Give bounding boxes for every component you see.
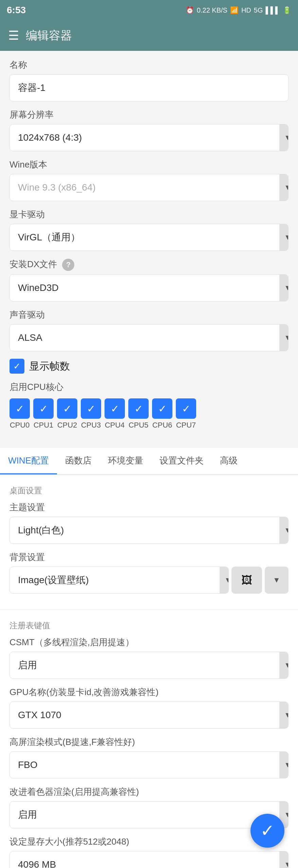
cpu4-checkbox[interactable]: ✓ bbox=[105, 398, 125, 419]
gpu-name-field-group: GPU名称(仿装显卡id,改善游戏兼容性) GTX 1070 ▼ bbox=[10, 686, 288, 729]
name-label: 名称 bbox=[10, 59, 288, 71]
vram-size-label: 设定显存大小(推荐512或2048) bbox=[10, 836, 288, 848]
cpu4-label: CPU4 bbox=[105, 421, 125, 430]
theme-label: 主题设置 bbox=[10, 501, 288, 513]
cpu2-checkbox[interactable]: ✓ bbox=[57, 398, 77, 419]
resolution-label: 屏幕分辨率 bbox=[10, 109, 288, 121]
bg-field-group: 背景设置 Image(设置壁纸) ▼ 🖼 ▼ bbox=[10, 551, 288, 594]
dx-file-help-icon[interactable]: ? bbox=[62, 259, 74, 271]
cpu-item-0: ✓ CPU0 bbox=[10, 398, 30, 430]
bg-image-button[interactable]: 🖼 bbox=[231, 567, 262, 594]
cpu-item-4: ✓ CPU4 bbox=[105, 398, 125, 430]
wine-config-section: 桌面设置 主题设置 Light(白色) ▼ 背景设置 Image(设置壁纸) ▼… bbox=[0, 475, 298, 868]
content: 名称 容器-1 屏幕分辨率 1024x768 (4:3) ▼ Wine版本 Wi… bbox=[0, 51, 298, 448]
wine-version-dropdown-arrow[interactable]: ▼ bbox=[279, 174, 288, 201]
wine-version-select[interactable]: Wine 9.3 (x86_64) ▼ bbox=[10, 174, 288, 201]
status-hd: HD bbox=[241, 6, 251, 14]
bg-dropdown-arrow[interactable]: ▼ bbox=[220, 567, 229, 594]
cpu0-checkbox[interactable]: ✓ bbox=[10, 398, 30, 419]
cpu-grid: ✓ CPU0 ✓ CPU1 ✓ CPU2 ✓ CPU3 ✓ CPU4 ✓ CPU… bbox=[10, 398, 288, 430]
wine-version-label: Wine版本 bbox=[10, 159, 288, 171]
gpu-name-dropdown-arrow[interactable]: ▼ bbox=[279, 702, 288, 729]
dx-file-field-group: 安装DX文件 ? WineD3D ▼ bbox=[10, 258, 288, 301]
gpu-driver-select[interactable]: VirGL（通用） ▼ bbox=[10, 224, 288, 251]
resolution-select[interactable]: 1024x768 (4:3) ▼ bbox=[10, 124, 288, 151]
csmt-value: 启用 bbox=[10, 659, 279, 672]
show-fps-label: 显示帧数 bbox=[29, 359, 70, 373]
theme-value: Light(白色) bbox=[10, 524, 279, 537]
tab-settings-file[interactable]: 设置文件夹 bbox=[151, 448, 212, 474]
status-alarm: ⏰ bbox=[186, 6, 194, 14]
gpu-driver-field-group: 显卡驱动 VirGL（通用） ▼ bbox=[10, 209, 288, 251]
cpu7-label: CPU7 bbox=[176, 421, 196, 430]
cpu-item-5: ✓ CPU5 bbox=[128, 398, 149, 430]
vram-size-value: 4096 MB bbox=[10, 859, 279, 868]
cpu5-checkbox[interactable]: ✓ bbox=[128, 398, 149, 419]
csmt-label: CSMT（多线程渲染,启用提速） bbox=[10, 636, 288, 648]
gpu-name-label: GPU名称(仿装显卡id,改善游戏兼容性) bbox=[10, 686, 288, 698]
gpu-name-value: GTX 1070 bbox=[10, 710, 279, 721]
name-field-group: 名称 容器-1 bbox=[10, 59, 288, 101]
vram-size-dropdown-arrow[interactable]: ▼ bbox=[279, 851, 288, 868]
color-renderer-value: 启用 bbox=[10, 808, 279, 821]
dx-file-value: WineD3D bbox=[10, 282, 279, 293]
bg-extra-dropdown[interactable]: ▼ bbox=[265, 567, 288, 594]
vram-size-select[interactable]: 4096 MB ▼ bbox=[10, 851, 288, 868]
tabs: WINE配置 函数店 环境变量 设置文件夹 高级 bbox=[0, 448, 298, 475]
render-mode-field-group: 高屏渲染模式(B提速,F兼容性好) FBO ▼ bbox=[10, 736, 288, 778]
gpu-driver-value: VirGL（通用） bbox=[10, 231, 279, 244]
resolution-dropdown-arrow[interactable]: ▼ bbox=[279, 124, 288, 151]
render-mode-label: 高屏渲染模式(B提速,F兼容性好) bbox=[10, 736, 288, 748]
cpu1-label: CPU1 bbox=[34, 421, 54, 430]
gpu-driver-dropdown-arrow[interactable]: ▼ bbox=[279, 224, 288, 251]
cpu-item-3: ✓ CPU3 bbox=[81, 398, 101, 430]
status-speed: 0.22 KB/S bbox=[197, 6, 227, 14]
cpu3-checkbox[interactable]: ✓ bbox=[81, 398, 101, 419]
audio-driver-select[interactable]: ALSA ▼ bbox=[10, 324, 288, 351]
csmt-dropdown-arrow[interactable]: ▼ bbox=[279, 652, 288, 679]
cpu6-label: CPU6 bbox=[152, 421, 172, 430]
color-renderer-label: 改进着色器渲染(启用提高兼容性) bbox=[10, 786, 288, 798]
bg-select[interactable]: Image(设置壁纸) ▼ bbox=[10, 567, 229, 594]
color-renderer-select[interactable]: 启用 ▼ bbox=[10, 801, 288, 828]
tab-wine[interactable]: WINE配置 bbox=[0, 448, 57, 474]
status-time: 6:53 bbox=[7, 5, 26, 16]
cpu-item-7: ✓ CPU7 bbox=[176, 398, 196, 430]
dx-file-select[interactable]: WineD3D ▼ bbox=[10, 274, 288, 301]
show-fps-checkbox[interactable]: ✓ bbox=[10, 359, 24, 374]
cpu1-checkbox[interactable]: ✓ bbox=[33, 398, 54, 419]
hamburger-icon[interactable]: ☰ bbox=[8, 28, 19, 43]
wine-version-value: Wine 9.3 (x86_64) bbox=[10, 182, 279, 193]
name-input[interactable]: 容器-1 bbox=[10, 74, 288, 101]
status-battery: 🔋 bbox=[283, 6, 291, 14]
tab-advanced[interactable]: 高级 bbox=[212, 448, 246, 474]
tab-functions[interactable]: 函数店 bbox=[57, 448, 100, 474]
audio-driver-dropdown-arrow[interactable]: ▼ bbox=[279, 324, 288, 351]
csmt-select[interactable]: 启用 ▼ bbox=[10, 652, 288, 679]
cpu-item-1: ✓ CPU1 bbox=[33, 398, 54, 430]
status-right: ⏰ 0.22 KB/S 📶 HD 5G ▌▌▌ 🔋 bbox=[186, 6, 291, 14]
name-value: 容器-1 bbox=[18, 81, 45, 94]
desktop-section-title: 桌面设置 bbox=[10, 485, 288, 496]
gpu-name-select[interactable]: GTX 1070 ▼ bbox=[10, 702, 288, 729]
cpu-item-6: ✓ CPU6 bbox=[152, 398, 172, 430]
render-mode-value: FBO bbox=[10, 760, 279, 770]
resolution-field-group: 屏幕分辨率 1024x768 (4:3) ▼ bbox=[10, 109, 288, 151]
cpu7-checkbox[interactable]: ✓ bbox=[176, 398, 196, 419]
render-mode-select[interactable]: FBO ▼ bbox=[10, 751, 288, 778]
audio-driver-label: 声音驱动 bbox=[10, 309, 288, 321]
theme-select[interactable]: Light(白色) ▼ bbox=[10, 517, 288, 544]
confirm-fab[interactable]: ✓ bbox=[250, 814, 284, 848]
tab-env[interactable]: 环境变量 bbox=[100, 448, 151, 474]
dx-file-dropdown-arrow[interactable]: ▼ bbox=[279, 274, 288, 301]
toolbar-title: 编辑容器 bbox=[26, 28, 72, 43]
status-wifi: 📶 bbox=[230, 6, 239, 14]
theme-dropdown-arrow[interactable]: ▼ bbox=[279, 517, 288, 544]
cpu0-label: CPU0 bbox=[10, 421, 30, 430]
cpu5-label: CPU5 bbox=[129, 421, 149, 430]
desktop-settings-section: 桌面设置 主题设置 Light(白色) ▼ 背景设置 Image(设置壁纸) ▼… bbox=[0, 475, 298, 609]
cpu6-checkbox[interactable]: ✓ bbox=[152, 398, 172, 419]
render-mode-dropdown-arrow[interactable]: ▼ bbox=[279, 751, 288, 778]
toolbar: ☰ 编辑容器 bbox=[0, 20, 298, 51]
gpu-driver-label: 显卡驱动 bbox=[10, 209, 288, 220]
